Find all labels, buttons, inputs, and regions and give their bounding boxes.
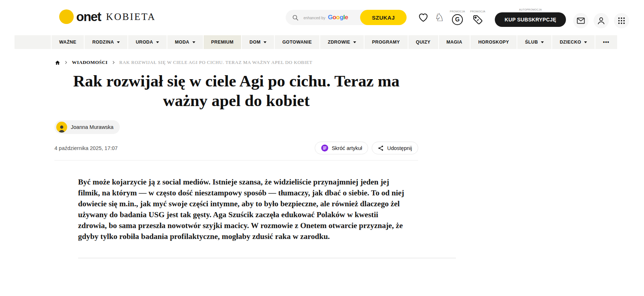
nav-item-gotowanie[interactable]: GOTOWANIE xyxy=(275,35,319,49)
author-name: Joanna Murawska xyxy=(71,124,114,130)
author-row: Joanna Murawska xyxy=(54,120,418,134)
heart-icon xyxy=(418,12,429,23)
promo-g-button[interactable]: PROMOCJA G xyxy=(450,10,465,25)
onet-logo-icon xyxy=(59,9,74,24)
g-promo-icon: G xyxy=(452,14,463,25)
nav-item-zdrowie[interactable]: ZDROWIE xyxy=(320,35,364,49)
nav-item-wazne[interactable]: WAŻNE xyxy=(52,35,84,49)
nav-item-horoskopy[interactable]: HOROSKOPY xyxy=(470,35,517,49)
chevron-down-icon xyxy=(117,41,120,43)
chevron-down-icon xyxy=(353,41,356,43)
nav-more-button[interactable]: ••• xyxy=(595,35,617,49)
nav-filler xyxy=(15,35,51,49)
chevron-right-icon xyxy=(112,61,115,64)
logo-section-text: KOBIETA xyxy=(106,11,156,23)
publish-date: 4 października 2025, 17:07 xyxy=(54,145,118,151)
google-logo: G xyxy=(328,14,333,21)
user-icon xyxy=(596,16,606,25)
share-icon xyxy=(378,145,384,151)
header-icon-row: ♘ PROMOCJA G PROMOCJA AUTOPROMOCJA KUP S… xyxy=(415,7,629,28)
article-title: Rak rozwijał się w ciele Agi po cichu. T… xyxy=(54,71,418,110)
site-logo[interactable]: onet KOBIETA xyxy=(59,9,156,24)
share-button[interactable]: Udostępnij xyxy=(372,142,418,154)
search-bar[interactable]: enhanced by G o o g l e SZUKAJ xyxy=(286,10,405,25)
newsletter-button[interactable] xyxy=(573,13,588,28)
apps-grid-icon xyxy=(617,16,626,25)
nav-item-rodzina[interactable]: RODZINA xyxy=(85,35,127,49)
breadcrumb-section-link[interactable]: WIADOMOŚCI xyxy=(72,60,108,65)
nav-item-dziecko[interactable]: DZIECKO xyxy=(552,35,595,49)
chevron-down-icon xyxy=(156,41,159,43)
chevron-down-icon xyxy=(541,41,544,43)
home-icon xyxy=(55,60,60,65)
breadcrumb: WIADOMOŚCI RAK ROZWIJAŁ SIĘ W CIELE AGI … xyxy=(55,59,313,66)
nav-item-slub[interactable]: ŚLUB xyxy=(517,35,551,49)
account-button[interactable] xyxy=(594,13,609,28)
nav-item-programy[interactable]: PROGRAMY xyxy=(364,35,408,49)
nav-item-premium[interactable]: PREMIUM xyxy=(204,35,241,49)
search-placeholder: enhanced by G o o g l e xyxy=(303,14,348,21)
promo-deals-button[interactable]: PROMOCJA xyxy=(470,10,485,25)
nav-item-quizy[interactable]: QUIZY xyxy=(408,35,438,49)
chevron-down-icon xyxy=(584,41,587,43)
logo-brand-text: onet xyxy=(76,9,101,24)
chevron-down-icon xyxy=(192,41,195,43)
ai-summary-icon xyxy=(321,144,329,152)
breadcrumb-current: RAK ROZWIJAŁ SIĘ W CIELE AGI PO CICHU. T… xyxy=(119,60,313,65)
chess-knight-icon: ♘ xyxy=(435,12,444,23)
summarize-article-button[interactable]: Skróć artykuł xyxy=(315,142,368,154)
home-link[interactable] xyxy=(55,60,60,65)
author-link[interactable]: Joanna Murawska xyxy=(54,120,120,134)
page: onet KOBIETA enhanced by G o o g l e SZU… xyxy=(0,0,644,296)
person-icon xyxy=(57,124,66,133)
search-icon xyxy=(292,14,299,21)
chevron-right-icon xyxy=(64,61,68,64)
price-tag-icon xyxy=(472,14,483,25)
favorites-button[interactable] xyxy=(418,12,429,23)
author-avatar xyxy=(56,122,67,133)
buy-subscription-button[interactable]: KUP SUBSKRYPCJĘ xyxy=(495,12,566,27)
section-divider xyxy=(78,258,456,258)
site-header: onet KOBIETA enhanced by G o o g l e SZU… xyxy=(0,0,644,35)
search-button[interactable]: SZUKAJ xyxy=(360,10,407,25)
chevron-down-icon xyxy=(264,41,266,43)
apps-menu-button[interactable] xyxy=(614,13,629,28)
nav-item-dom[interactable]: DOM xyxy=(242,35,274,49)
nav-item-moda[interactable]: MODA xyxy=(167,35,203,49)
article-actions: Skróć artykuł Udostępnij xyxy=(315,142,418,154)
nav-item-magia[interactable]: MAGIA xyxy=(439,35,470,49)
subscribe-group: AUTOPROMOCJA KUP SUBSKRYPCJĘ xyxy=(495,8,566,27)
mail-icon xyxy=(576,16,586,25)
article: Rak rozwijał się w ciele Agi po cichu. T… xyxy=(54,71,418,258)
article-meta-row: 4 października 2025, 17:07 Skróć artykuł… xyxy=(54,142,418,161)
article-lead: Być może kojarzycie ją z social mediów. … xyxy=(78,177,405,242)
games-button[interactable]: ♘ xyxy=(429,12,444,23)
main-nav: WAŻNE RODZINA URODA MODA PREMIUM DOM GOT… xyxy=(15,35,630,49)
nav-item-uroda[interactable]: URODA xyxy=(128,35,167,49)
